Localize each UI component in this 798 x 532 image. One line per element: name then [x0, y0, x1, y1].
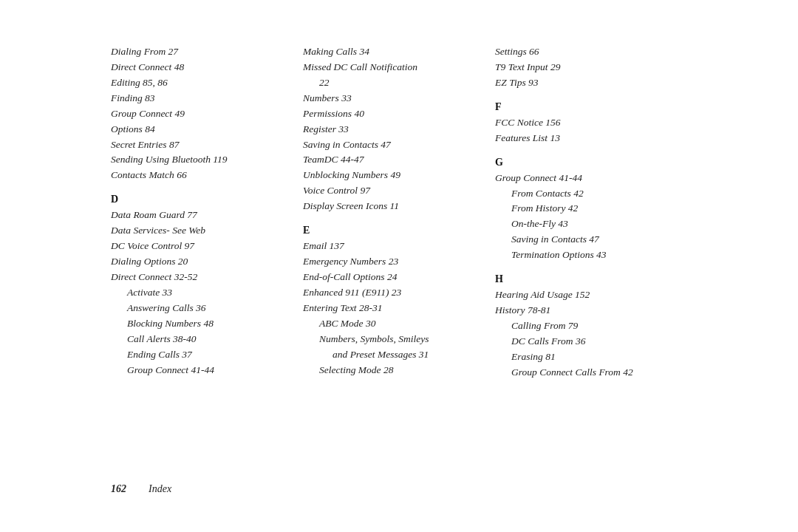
footer-label: Index [149, 483, 171, 495]
index-entry: Direct Connect 48 [111, 60, 288, 75]
index-entry: DC Calls From 36 [495, 334, 672, 349]
index-entry: Group Connect 49 [111, 106, 288, 122]
index-entry: Answering Calls 36 [111, 301, 288, 316]
index-entry: ABC Mode 30 [303, 316, 480, 332]
page: Dialing From 27Direct Connect 48Editing … [66, 15, 732, 517]
index-entry: Dialing Options 20 [111, 254, 288, 270]
index-entry: TeamDC 44-47 [303, 152, 480, 168]
index-entry: Activate 33 [111, 285, 288, 301]
index-entry: Emergency Numbers 23 [303, 254, 480, 270]
column-col1: Dialing From 27Direct Connect 48Editing … [111, 44, 303, 470]
index-entry: Missed DC Call Notification [303, 60, 480, 75]
index-entry: Sending Using Bluetooth 119 [111, 152, 288, 168]
index-entry: Dialing From 27 [111, 44, 288, 60]
section-header-h: H [495, 273, 672, 285]
index-entry: Numbers 33 [303, 91, 480, 106]
index-entry: Hearing Aid Usage 152 [495, 287, 672, 303]
section-header-g: G [495, 157, 672, 168]
index-entry: Selecting Mode 28 [303, 363, 480, 378]
index-entry: Unblocking Numbers 49 [303, 168, 480, 183]
index-entry: Email 137 [303, 239, 480, 254]
index-entry: Contacts Match 66 [111, 168, 288, 183]
column-col2: Making Calls 34Missed DC Call Notificati… [303, 44, 495, 470]
index-entry: From Contacts 42 [495, 186, 672, 202]
index-entry: History 78-81 [495, 303, 672, 318]
index-entry: Voice Control 97 [303, 183, 480, 199]
index-entry: Call Alerts 38-40 [111, 332, 288, 347]
index-entry: T9 Text Input 29 [495, 60, 672, 75]
index-entry: Direct Connect 32-52 [111, 270, 288, 285]
footer-page: 162 [111, 483, 126, 495]
index-entry: EZ Tips 93 [495, 75, 672, 91]
index-entry: 22 [303, 75, 480, 91]
section-header-d: D [111, 194, 288, 205]
index-entry: Numbers, Symbols, Smileys [303, 332, 480, 347]
index-entry: Data Roam Guard 77 [111, 208, 288, 223]
index-entry: Erasing 81 [495, 349, 672, 365]
index-entry: Finding 83 [111, 91, 288, 106]
section-header-e: E [303, 225, 480, 236]
index-entry: Group Connect Calls From 42 [495, 365, 672, 381]
index-entry: Group Connect 41-44 [495, 171, 672, 186]
index-entry: Editing 85, 86 [111, 75, 288, 91]
index-entry: Saving in Contacts 47 [495, 232, 672, 248]
index-entry: Options 84 [111, 122, 288, 137]
index-entry: Display Screen Icons 11 [303, 199, 480, 214]
index-entry: End-of-Call Options 24 [303, 270, 480, 285]
index-entry: From History 42 [495, 201, 672, 216]
index-entry: Group Connect 41-44 [111, 363, 288, 378]
index-entry: Settings 66 [495, 44, 672, 60]
index-entry: Termination Options 43 [495, 248, 672, 263]
index-entry: Calling From 79 [495, 318, 672, 334]
index-entry: and Preset Messages 31 [303, 347, 480, 363]
index-entry: Saving in Contacts 47 [303, 137, 480, 153]
index-entry: Permissions 40 [303, 106, 480, 122]
index-entry: DC Voice Control 97 [111, 239, 288, 254]
index-entry: Data Services- See Web [111, 223, 288, 239]
index-entry: FCC Notice 156 [495, 115, 672, 131]
column-col3: Settings 66T9 Text Input 29EZ Tips 93FFC… [495, 44, 687, 470]
index-entry: Making Calls 34 [303, 44, 480, 60]
index-entry: Ending Calls 37 [111, 347, 288, 363]
index-entry: Register 33 [303, 122, 480, 137]
content-area: Dialing From 27Direct Connect 48Editing … [111, 44, 687, 470]
index-entry: Secret Entries 87 [111, 137, 288, 153]
footer: 162 Index [111, 483, 687, 495]
index-entry: Features List 13 [495, 131, 672, 146]
index-entry: Enhanced 911 (E911) 23 [303, 285, 480, 301]
index-entry: Entering Text 28-31 [303, 301, 480, 316]
index-entry: On-the-Fly 43 [495, 216, 672, 232]
index-entry: Blocking Numbers 48 [111, 316, 288, 332]
section-header-f: F [495, 101, 672, 113]
